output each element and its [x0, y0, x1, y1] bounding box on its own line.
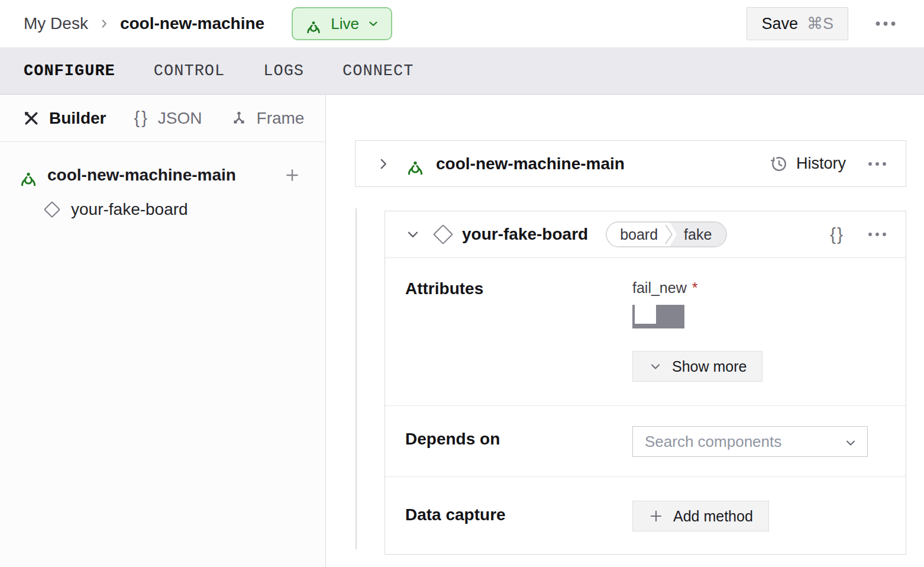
part-card-menu-button[interactable] [864, 158, 890, 170]
machine-live-icon [304, 14, 323, 33]
attributes-section: Attributes fail_new * Show more [385, 258, 906, 406]
attributes-label: Attributes [405, 279, 632, 382]
ellipsis-icon [874, 21, 897, 27]
tab-configure[interactable]: CONFIGURE [24, 62, 115, 80]
save-button[interactable]: Save ⌘S [747, 7, 848, 40]
board-component-icon [44, 201, 60, 218]
view-tab-json[interactable]: {} JSON [134, 108, 202, 128]
view-tab-label: Frame [257, 109, 305, 128]
search-components-input[interactable] [633, 427, 867, 456]
ellipsis-icon [868, 162, 887, 166]
live-status-dropdown[interactable]: Live [292, 7, 392, 40]
live-label: Live [331, 15, 359, 33]
top-bar: My Desk cool-new-machine Live Save ⌘S [0, 0, 924, 47]
data-capture-section: Data capture Add method [385, 477, 906, 554]
tab-connect[interactable]: CONNECT [343, 62, 413, 80]
depends-on-section: Depends on [385, 406, 906, 477]
depends-on-select[interactable] [632, 426, 868, 457]
component-type-badge: board fake [606, 221, 727, 247]
data-capture-label: Data capture [405, 501, 632, 531]
chevron-down-icon [648, 359, 663, 373]
chevron-down-icon [367, 17, 380, 30]
show-more-label: Show more [672, 358, 747, 375]
component-model: fake [670, 223, 726, 246]
part-card-expand-button[interactable] [372, 153, 395, 175]
component-card-title: your-fake-board [462, 225, 588, 244]
component-card-header: your-fake-board board fake {} [385, 211, 906, 258]
save-label: Save [761, 15, 798, 33]
component-card-collapse-button[interactable] [402, 223, 424, 246]
tab-control[interactable]: CONTROL [154, 62, 225, 80]
board-component-icon [433, 224, 453, 244]
plus-icon [284, 167, 301, 183]
attribute-name: fail_new [632, 279, 687, 297]
chevron-right-icon [376, 156, 391, 172]
history-label: History [796, 154, 846, 173]
breadcrumb-separator-icon [98, 17, 111, 30]
frame-icon [230, 109, 248, 127]
component-card-menu-button[interactable] [864, 228, 890, 240]
history-icon [770, 154, 789, 173]
depends-on-label: Depends on [405, 426, 632, 457]
attribute-field-label: fail_new * [632, 279, 886, 297]
chevron-down-icon [405, 227, 421, 242]
part-card: cool-new-machine-main History [355, 140, 906, 187]
sidebar-view-tabs: Builder {} JSON Frame [0, 95, 325, 142]
ellipsis-icon [868, 232, 887, 237]
configure-sidebar: Builder {} JSON Frame [0, 95, 326, 567]
plus-icon [648, 508, 664, 524]
show-more-button[interactable]: Show more [632, 351, 763, 382]
view-tab-frame[interactable]: Frame [230, 109, 305, 128]
required-marker: * [692, 279, 698, 297]
view-tab-label: Builder [49, 109, 106, 128]
add-component-button[interactable] [280, 163, 304, 187]
tree-part-name: cool-new-machine-main [47, 166, 236, 185]
machine-nav-tabs: CONFIGURE CONTROL LOGS CONNECT [0, 47, 924, 95]
component-type: board [607, 223, 664, 246]
breadcrumb-current: cool-new-machine [120, 14, 264, 33]
braces-icon: {} [134, 108, 148, 128]
fail-new-toggle[interactable] [632, 305, 684, 328]
edit-json-button[interactable]: {} [830, 224, 844, 244]
view-tab-builder[interactable]: Builder [22, 109, 106, 128]
configure-main-panel: cool-new-machine-main History your- [326, 95, 924, 567]
machine-part-icon [18, 165, 39, 186]
machine-tree: cool-new-machine-main your-fake-board [0, 142, 325, 225]
tree-item-component[interactable]: your-fake-board [44, 194, 325, 225]
tools-icon [22, 109, 40, 127]
breadcrumb: My Desk cool-new-machine [24, 14, 264, 33]
tree-connector-line [356, 208, 357, 549]
breadcrumb-root-link[interactable]: My Desk [24, 14, 88, 33]
add-method-label: Add method [673, 508, 753, 525]
save-shortcut: ⌘S [807, 14, 833, 33]
view-tab-label: JSON [158, 109, 202, 128]
tree-item-part[interactable]: cool-new-machine-main [18, 160, 325, 191]
more-options-button[interactable] [871, 17, 900, 30]
toggle-knob [635, 305, 656, 324]
part-card-title: cool-new-machine-main [436, 154, 625, 173]
machine-part-icon [405, 153, 426, 175]
tree-component-name: your-fake-board [71, 200, 188, 219]
tab-logs[interactable]: LOGS [263, 62, 304, 80]
component-card: your-fake-board board fake {} Attributes [385, 211, 906, 555]
history-button[interactable]: History [770, 154, 846, 173]
add-method-button[interactable]: Add method [632, 501, 769, 531]
